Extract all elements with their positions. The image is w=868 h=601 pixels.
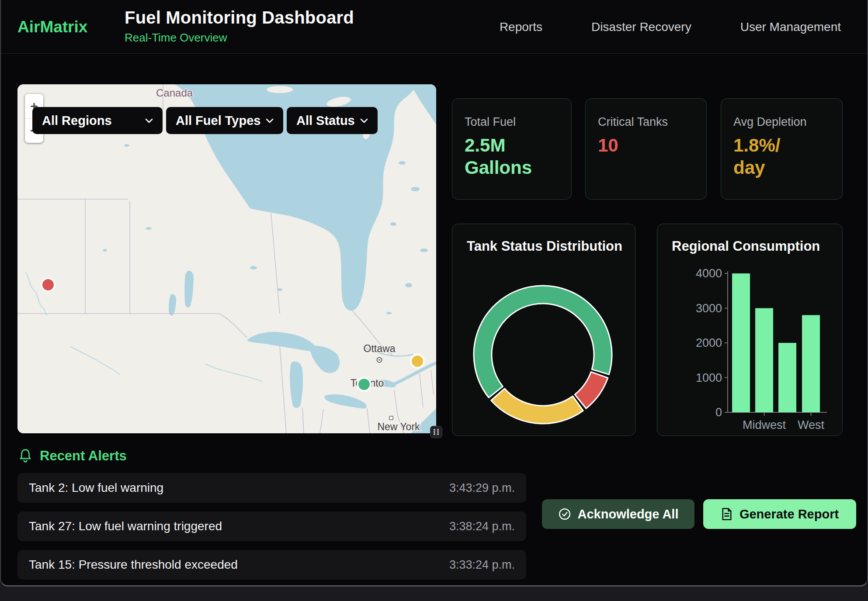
footer-strip xyxy=(0,587,868,601)
bar-3[interactable] xyxy=(802,315,820,412)
page-title: Fuel Monitoring Dashboard xyxy=(125,8,354,28)
chevron-down-icon xyxy=(145,118,153,123)
kpi-label: Avg Depletion xyxy=(733,115,830,129)
map-resize-handle[interactable] xyxy=(430,426,442,438)
alert-row[interactable]: Tank 27: Low fuel warning triggered 3:38… xyxy=(17,511,526,541)
bell-icon xyxy=(18,449,32,463)
y-tick-label: 4000 xyxy=(696,267,722,280)
ottawa-label: Ottawa xyxy=(364,343,396,354)
kpi-label: Total Fuel xyxy=(465,115,559,129)
status-filter-value: All Status xyxy=(296,114,355,128)
critical-tank-marker[interactable] xyxy=(42,278,55,291)
kpi-card-critical-tanks: Critical Tanks 10 xyxy=(585,98,707,200)
status-filter-dropdown[interactable]: All Status xyxy=(287,107,378,134)
region-filter-value: All Regions xyxy=(42,114,112,128)
alert-time: 3:38:24 p.m. xyxy=(449,520,515,533)
recent-alerts-header: Recent Alerts xyxy=(18,448,127,464)
donut-segment-amber[interactable] xyxy=(491,389,583,424)
bar-0[interactable] xyxy=(732,273,750,412)
kpi-card-total-fuel: Total Fuel 2.5MGallons xyxy=(452,98,572,200)
alert-message: Tank 2: Low fuel warning xyxy=(29,481,163,495)
y-tick-label: 1000 xyxy=(696,371,722,384)
check-circle-icon xyxy=(558,508,571,521)
kpi-value: 1.8%/day xyxy=(733,134,830,179)
y-tick-label: 3000 xyxy=(696,302,722,315)
nav-user-management[interactable]: User Management xyxy=(740,20,841,34)
x-tick-label: West xyxy=(798,418,825,432)
tank-status-chart-card: Tank Status Distribution xyxy=(452,224,635,436)
nav-reports[interactable]: Reports xyxy=(500,20,542,34)
title-block: Fuel Monitoring Dashboard Real-Time Over… xyxy=(125,8,354,45)
fuel-type-filter-value: All Fuel Types xyxy=(176,114,260,128)
regional-consumption-bar-chart[interactable]: 01000200030004000MidwestWest xyxy=(657,224,843,436)
normal-tank-marker[interactable] xyxy=(358,378,371,391)
region-filter-dropdown[interactable]: All Regions xyxy=(32,107,163,134)
generate-report-button[interactable]: Generate Report xyxy=(703,499,856,529)
map-canvas: Canada Ottawa Toronto New York xyxy=(17,84,436,433)
alerts-section-title: Recent Alerts xyxy=(40,448,127,464)
top-bar: AirMatrix Fuel Monitoring Dashboard Real… xyxy=(1,0,867,54)
bar-1[interactable] xyxy=(755,308,773,413)
kpi-label: Critical Tanks xyxy=(598,115,694,129)
acknowledge-all-label: Acknowledge All xyxy=(578,507,679,522)
page-subtitle: Real-Time Overview xyxy=(125,31,354,45)
map-filters: All Regions All Fuel Types All Status xyxy=(32,107,378,134)
fuel-type-filter-dropdown[interactable]: All Fuel Types xyxy=(166,107,283,134)
alert-row[interactable]: Tank 2: Low fuel warning 3:43:29 p.m. xyxy=(17,473,526,503)
chevron-down-icon xyxy=(266,118,274,123)
alert-time: 3:43:29 p.m. xyxy=(449,481,515,495)
y-tick-label: 2000 xyxy=(696,336,722,349)
brand-logo: AirMatrix xyxy=(17,18,87,36)
canada-label: Canada xyxy=(156,87,193,99)
tank-map[interactable]: Canada Ottawa Toronto New York + − All xyxy=(17,84,436,433)
dashboard-page: AirMatrix Fuel Monitoring Dashboard Real… xyxy=(0,0,868,601)
generate-report-label: Generate Report xyxy=(740,507,839,522)
main-nav: Reports Disaster Recovery User Managemen… xyxy=(500,0,841,54)
tank-status-donut-chart[interactable] xyxy=(452,224,636,436)
warning-tank-marker[interactable] xyxy=(411,355,424,368)
alert-time: 3:33:24 p.m. xyxy=(449,558,515,572)
kpi-value: 10 xyxy=(598,134,694,156)
alert-message: Tank 15: Pressure threshold exceeded xyxy=(29,558,238,572)
chevron-down-icon xyxy=(360,118,368,123)
donut-segment-red[interactable] xyxy=(575,372,608,408)
x-tick-label: Midwest xyxy=(743,418,786,432)
alert-row[interactable]: Tank 15: Pressure threshold exceeded 3:3… xyxy=(17,550,526,580)
newyork-town-dot xyxy=(389,416,393,420)
y-tick-label: 0 xyxy=(715,406,722,419)
nav-disaster-recovery[interactable]: Disaster Recovery xyxy=(591,20,691,34)
regional-consumption-chart-card: Regional Consumption 01000200030004000Mi… xyxy=(657,224,843,436)
document-icon xyxy=(721,508,733,521)
bar-2[interactable] xyxy=(778,343,796,412)
kpi-card-avg-depletion: Avg Depletion 1.8%/day xyxy=(721,98,843,200)
alert-message: Tank 27: Low fuel warning triggered xyxy=(29,519,222,533)
app-window: AirMatrix Fuel Monitoring Dashboard Real… xyxy=(0,0,868,587)
newyork-label: New York xyxy=(377,421,420,432)
acknowledge-all-button[interactable]: Acknowledge All xyxy=(542,499,694,529)
kpi-value: 2.5MGallons xyxy=(465,134,559,179)
